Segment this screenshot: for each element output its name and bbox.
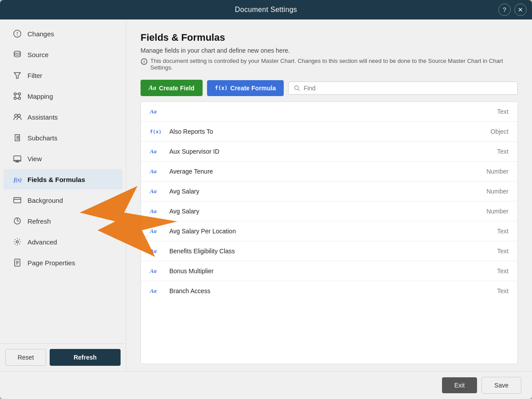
- svg-point-7: [14, 97, 16, 100]
- create-field-icon: Aa: [149, 84, 156, 92]
- field-type-icon: Aa: [150, 108, 164, 115]
- dialog-title: Document Settings: [235, 6, 297, 14]
- title-bar: Document Settings ? ✕: [0, 0, 532, 19]
- reset-button[interactable]: Reset: [5, 349, 46, 366]
- sidebar-footer: Reset Refresh: [0, 343, 126, 371]
- sidebar-item-fields[interactable]: f(x) Fields & Formulas: [4, 169, 122, 190]
- sidebar-item-pageprops[interactable]: Page Properties: [4, 252, 122, 273]
- sidebar-item-mapping[interactable]: Mapping: [4, 86, 122, 106]
- field-type-icon: Aa: [150, 188, 164, 195]
- sidebar-label-fields: Fields & Formulas: [27, 176, 85, 183]
- svg-point-33: [144, 60, 145, 61]
- field-type-icon: Aa: [150, 248, 164, 255]
- field-name: Avg Salary: [169, 208, 450, 215]
- table-row[interactable]: Aa Avg Salary Number: [141, 182, 517, 201]
- field-type: Text: [455, 108, 509, 115]
- body: Changes Source: [0, 19, 532, 371]
- background-icon: [12, 195, 22, 205]
- sidebar-item-view[interactable]: View: [4, 148, 122, 169]
- table-row[interactable]: Aa Benefits Eligibility Class Text: [141, 241, 517, 261]
- field-name: Avg Salary: [169, 188, 450, 195]
- field-type: Text: [455, 228, 509, 235]
- field-type: Text: [455, 148, 509, 155]
- pageprops-icon: [12, 258, 22, 267]
- svg-point-34: [295, 85, 299, 89]
- title-bar-actions: ? ✕: [498, 4, 527, 16]
- sidebar-label-source: Source: [27, 51, 49, 58]
- field-type: Text: [455, 248, 509, 255]
- svg-point-14: [18, 114, 20, 117]
- sidebar-label-subcharts: Subcharts: [27, 134, 58, 142]
- svg-point-26: [16, 241, 19, 243]
- field-type-icon: Aa: [150, 267, 164, 275]
- source-icon: [12, 50, 22, 59]
- field-type-icon: Aa: [150, 168, 164, 175]
- sidebar-refresh-button[interactable]: Refresh: [50, 349, 121, 366]
- svg-text:f(x): f(x): [14, 177, 22, 183]
- assistants-icon: [12, 112, 22, 122]
- sidebar-label-advanced: Advanced: [27, 238, 57, 246]
- sidebar-item-assistants[interactable]: Assistants: [4, 107, 122, 127]
- sidebar-item-refresh[interactable]: Refresh: [4, 211, 122, 231]
- notice-bar: This document setting is controlled by y…: [141, 58, 518, 71]
- field-name: Also Reports To: [169, 128, 450, 135]
- table-row[interactable]: Aa Text: [141, 102, 517, 122]
- field-type: Text: [455, 287, 509, 294]
- fields-icon: f(x): [12, 174, 22, 184]
- create-field-label: Create Field: [159, 85, 195, 92]
- create-formula-icon: f(x): [215, 85, 228, 91]
- toolbar: Aa Create Field f(x) Create Formula: [141, 80, 518, 96]
- help-button[interactable]: ?: [498, 4, 511, 16]
- close-button[interactable]: ✕: [514, 4, 527, 16]
- field-type: Text: [455, 267, 509, 275]
- search-box: [288, 81, 518, 95]
- main-content: Fields & Formulas Manage fields in your …: [126, 19, 532, 371]
- svg-point-5: [14, 93, 16, 95]
- sidebar-item-filter[interactable]: Filter: [4, 65, 122, 85]
- table-row[interactable]: f(x) Also Reports To Object: [141, 122, 517, 142]
- sidebar-label-background: Background: [27, 197, 63, 204]
- notice-text: This document setting is controlled by y…: [150, 58, 518, 71]
- svg-point-6: [19, 93, 21, 95]
- sidebar-item-changes[interactable]: Changes: [4, 23, 122, 44]
- field-type: Number: [455, 208, 509, 215]
- svg-point-13: [15, 114, 17, 117]
- sidebar-label-filter: Filter: [27, 72, 42, 79]
- sidebar-item-advanced[interactable]: Advanced: [4, 232, 122, 252]
- table-row[interactable]: Aa Bonus Multiplier Text: [141, 261, 517, 281]
- subcharts-icon: [12, 133, 22, 143]
- refresh-icon: [12, 216, 22, 226]
- sidebar-label-refresh: Refresh: [27, 217, 51, 225]
- sidebar-label-changes: Changes: [27, 30, 54, 38]
- sidebar-item-background[interactable]: Background: [4, 190, 122, 210]
- create-formula-button[interactable]: f(x) Create Formula: [207, 80, 284, 96]
- field-type: Object: [455, 128, 509, 135]
- table-row[interactable]: Aa Avg Salary Number: [141, 201, 517, 221]
- field-name: Avg Salary Per Location: [169, 228, 450, 235]
- sidebar-item-source[interactable]: Source: [4, 44, 122, 65]
- svg-point-8: [19, 97, 21, 100]
- field-type-icon: Aa: [150, 208, 164, 215]
- sidebar-item-subcharts[interactable]: Subcharts: [4, 128, 122, 148]
- page-description: Manage fields in your chart and define n…: [141, 47, 518, 54]
- table-row[interactable]: Aa Aux Supervisor ID Text: [141, 142, 517, 162]
- sidebar-label-view: View: [27, 155, 42, 163]
- field-type-icon: Aa: [150, 228, 164, 235]
- field-type: Number: [455, 188, 509, 195]
- bottom-bar: Exit Save: [0, 371, 532, 399]
- changes-icon: [12, 29, 22, 39]
- table-row[interactable]: Aa Avg Salary Per Location Text: [141, 221, 517, 241]
- sidebar-label-assistants: Assistants: [27, 113, 58, 121]
- exit-button[interactable]: Exit: [442, 377, 477, 393]
- field-name: Bonus Multiplier: [169, 267, 450, 275]
- save-button[interactable]: Save: [481, 377, 521, 394]
- svg-rect-24: [14, 198, 21, 203]
- field-type: Number: [455, 168, 509, 175]
- page-title: Fields & Formulas: [141, 32, 518, 43]
- table-row[interactable]: Aa Branch Access Text: [141, 281, 517, 301]
- table-row[interactable]: Aa Average Tenure Number: [141, 162, 517, 182]
- filter-icon: [12, 70, 22, 80]
- create-field-button[interactable]: Aa Create Field: [141, 80, 203, 96]
- search-input[interactable]: [304, 85, 512, 92]
- sidebar: Changes Source: [0, 19, 126, 371]
